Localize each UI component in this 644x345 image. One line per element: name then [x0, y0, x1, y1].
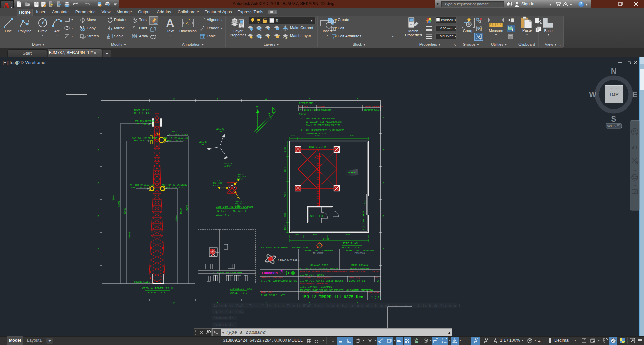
svg-text:ERICSSON: ERICSSON	[262, 271, 278, 275]
svg-text:Autodesk DWG. This file is a: Autodesk DWG. This file is a TrustedDWG …	[213, 304, 460, 309]
svg-text:Produkllbenaneng - Produrl naw: Produkllbenaneng - Produrl naw	[300, 283, 328, 285]
svg-text:BYLAYER: BYLAYER	[440, 35, 454, 38]
svg-text:Telraln/Gate - Erl requsl/Qppr: Telraln/Gate - Erl requsl/Qpproved	[300, 277, 331, 279]
svg-text:Command:: Command:	[213, 316, 234, 321]
svg-text:0.05 mm: 0.05 mm	[440, 27, 452, 30]
svg-text:Command:: Command:	[213, 322, 234, 327]
svg-text:application.: application.	[213, 310, 244, 314]
svg-text:Dataverket - Refevenced: Dataverket - Refevenced	[261, 277, 283, 279]
svg-text:Uppdaterad Övers Infotmesiva l: Uppdaterad Övers Infotmesiva ly ms slare…	[300, 270, 365, 272]
svg-text:ERICSSON: ERICSSON	[354, 252, 365, 255]
svg-text:MGR. PROJECT LIAISION KALIMANT: MGR. PROJECT LIAISION KALIMANTAN	[299, 268, 338, 270]
svg-text:Datum - Daly: Datum - Daly	[349, 277, 360, 279]
svg-text:TELKOMSEL: TELKOMSEL	[277, 258, 300, 261]
svg-text:Checked: Checked	[372, 271, 379, 272]
svg-text:EID/OR/EC (Andi Setio Buwno): EID/OR/EC (Andi Setio Buwno)	[300, 279, 345, 282]
svg-text:A: A	[166, 17, 174, 29]
svg-text:1 ( 1): 1 ( 1)	[371, 296, 381, 299]
svg-text:SITE BJM737, SEKAPIN: SITE BJM737, SEKAPIN	[300, 285, 332, 288]
svg-text:MENYETUJUI / APPROVED: MENYETUJUI / APPROVED	[305, 250, 333, 252]
svg-text:Slele - Scale: Slele - Scale	[261, 291, 273, 293]
svg-text:TELKOMSEL SWAP OUT GSM 900 PRO: TELKOMSEL SWAP OUT GSM 900 PROJECT, KALI…	[300, 289, 373, 292]
svg-text:ANTENNA PLACEMENT INFORMATION: ANTENNA PLACEMENT INFORMATION	[261, 246, 308, 249]
svg-text:EID/OR/ER Fahmi: EID/OR/ER Fahmi	[300, 273, 324, 276]
svg-text:PROJECT MANAGER: PROJECT MANAGER	[350, 268, 370, 270]
svg-text:C:\ . \ST-BJM737\BJM737-12. DW: C:\ . \ST-BJM737\BJM737-12. DWG	[261, 279, 297, 282]
svg-text:A: A	[377, 279, 379, 282]
svg-text:MENYETUJUI / APPROVED: MENYETUJUI / APPROVED	[346, 250, 374, 252]
svg-text:Rev: Rev	[375, 277, 378, 279]
svg-text:MADE ASNAYA: MADE ASNAYA	[351, 264, 368, 267]
svg-text:MUHAMAD TONI: MUHAMAD TONI	[310, 264, 328, 267]
svg-text:Telraweler. - Sarumrd lla: Telraweler. - Sarumrd lla	[300, 292, 323, 294]
svg-text:0: 0	[276, 18, 278, 23]
svg-text:2009-04-16: 2009-04-16	[349, 279, 365, 282]
svg-text:Sivd -Slurt: Sivd -Slurt	[368, 292, 379, 294]
svg-text:PLOT SCALE: NTS: PLOT SCALE: NTS	[261, 294, 285, 297]
svg-text:ByBlock: ByBlock	[441, 18, 453, 22]
svg-text:153 12-IPRPD 111 6375 Uen: 153 12-IPRPD 111 6375 Uen	[302, 295, 363, 300]
svg-text:TELKOMSEL: TELKOMSEL	[313, 252, 325, 255]
